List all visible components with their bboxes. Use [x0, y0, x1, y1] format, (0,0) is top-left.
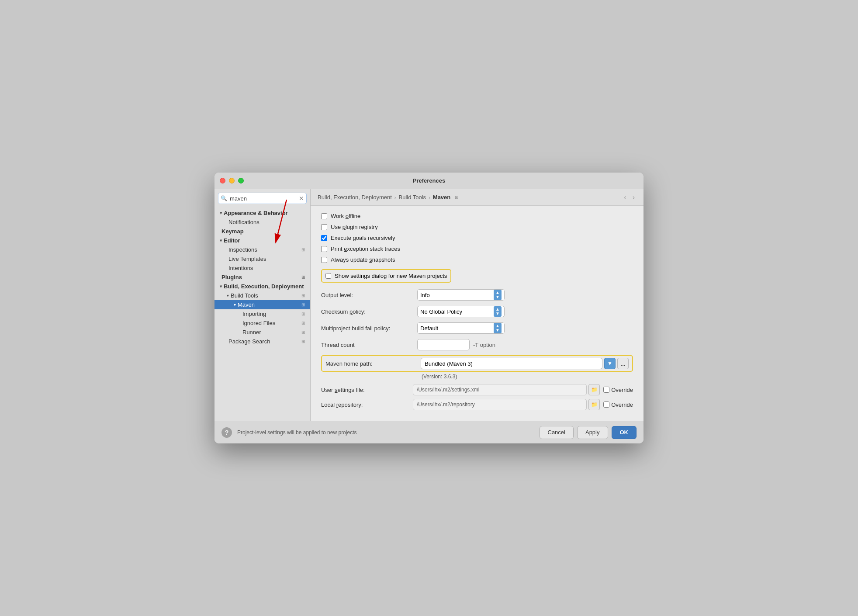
local-repository-folder-button[interactable]: 📁: [588, 399, 600, 410]
sidebar-item-intentions[interactable]: Intentions: [214, 263, 310, 273]
output-level-select[interactable]: Info ▲▼: [417, 289, 505, 301]
breadcrumb-navigation: ‹ ›: [622, 194, 637, 201]
thread-count-input-wrap: -T option: [417, 339, 495, 350]
breadcrumb-item-2[interactable]: Build Tools: [398, 194, 426, 201]
execute-goals-label: Execute goals recursively: [331, 235, 395, 241]
sidebar-label: Ignored Files: [242, 320, 275, 326]
always-update-checkbox[interactable]: [321, 257, 327, 263]
sidebar-item-inspections[interactable]: Inspections ⊞: [214, 245, 310, 254]
print-exception-label: Print exception stack traces: [331, 246, 400, 252]
thread-count-suffix: -T option: [473, 342, 495, 348]
select-chevrons: ▲▼: [494, 306, 502, 317]
settings-area: Work offline Use plugin registry Execute…: [311, 206, 644, 421]
bottom-actions: Cancel Apply OK: [540, 426, 637, 439]
sidebar-item-keymap[interactable]: Keymap: [214, 227, 310, 236]
bottom-hint: Project-level settings will be applied t…: [237, 429, 356, 436]
page-icon: ⊞: [301, 293, 305, 298]
local-repository-override-checkbox[interactable]: [603, 401, 609, 408]
close-button[interactable]: [220, 178, 225, 183]
sidebar-item-maven[interactable]: ▾ Maven ⊞: [214, 300, 310, 309]
user-settings-override: Override: [603, 387, 633, 393]
breadcrumb-sep-2: ›: [429, 195, 430, 200]
print-exception-row: Print exception stack traces: [321, 246, 633, 252]
sidebar-label: Appearance & Behavior: [224, 210, 288, 216]
work-offline-checkbox[interactable]: [321, 213, 327, 219]
plugin-registry-checkbox[interactable]: [321, 224, 327, 230]
thread-count-input[interactable]: [417, 339, 470, 350]
local-repository-input[interactable]: [413, 399, 587, 410]
sidebar-item-notifications[interactable]: Notifications: [214, 218, 310, 227]
sidebar-item-appearance[interactable]: ▾ Appearance & Behavior: [214, 208, 310, 218]
multiproject-policy-select-box[interactable]: Default ▲▼: [417, 322, 505, 334]
nav-back-button[interactable]: ‹: [622, 194, 628, 201]
sidebar-label: Intentions: [228, 265, 253, 271]
work-offline-row: Work offline: [321, 213, 633, 219]
breadcrumb-item-3[interactable]: Maven: [433, 194, 450, 201]
print-exception-checkbox[interactable]: [321, 246, 327, 252]
show-settings-checkbox[interactable]: [325, 273, 331, 279]
user-settings-folder-button[interactable]: 📁: [588, 384, 600, 395]
checksum-policy-select[interactable]: No Global Policy ▲▼: [417, 306, 505, 317]
user-settings-input[interactable]: [413, 384, 587, 395]
user-settings-label: User settings file:: [321, 387, 413, 393]
maven-version-text: (Version: 3.6.3): [321, 374, 633, 380]
work-offline-label: Work offline: [331, 213, 360, 219]
nav-forward-button[interactable]: ›: [631, 194, 637, 201]
sidebar-label: Live Templates: [228, 256, 266, 262]
window-title: Preferences: [413, 177, 445, 184]
page-icon: ⊞: [301, 339, 305, 344]
sidebar-item-editor[interactable]: ▾ Editor: [214, 236, 310, 245]
execute-goals-row: Execute goals recursively: [321, 235, 633, 241]
show-settings-label: Show settings dialog for new Maven proje…: [335, 273, 447, 279]
page-icon: ⊞: [301, 330, 305, 335]
output-level-value: Info: [420, 292, 430, 298]
sidebar-label: Package Search: [228, 338, 270, 345]
search-input[interactable]: [218, 193, 307, 204]
select-chevrons: ▲▼: [494, 290, 502, 300]
maven-home-input-wrap: ▼ ...: [421, 358, 629, 369]
maven-home-dropdown-button[interactable]: ▼: [604, 358, 616, 369]
checksum-policy-select-box[interactable]: No Global Policy ▲▼: [417, 306, 505, 317]
sidebar-item-plugins[interactable]: Plugins ⊞: [214, 273, 310, 282]
maven-home-input[interactable]: [421, 358, 602, 369]
breadcrumb-page-icon: ⊞: [455, 195, 458, 200]
cancel-button[interactable]: Cancel: [540, 426, 574, 439]
sidebar-item-runner[interactable]: Runner ⊞: [214, 328, 310, 337]
page-icon: ⊞: [301, 321, 305, 325]
maven-home-browse-button[interactable]: ...: [617, 358, 629, 369]
sidebar-item-package-search[interactable]: Package Search ⊞: [214, 337, 310, 346]
sidebar-label: Runner: [242, 329, 261, 336]
sidebar-label: Keymap: [221, 228, 244, 235]
local-repository-override: Override: [603, 401, 633, 408]
sidebar-item-build-execution[interactable]: ▾ Build, Execution, Deployment: [214, 282, 310, 291]
breadcrumb-item-1[interactable]: Build, Execution, Deployment: [318, 194, 392, 201]
multiproject-policy-select[interactable]: Default ▲▼: [417, 322, 505, 334]
breadcrumb-bar: Build, Execution, Deployment › Build Too…: [311, 189, 644, 206]
sidebar-item-ignored-files[interactable]: Ignored Files ⊞: [214, 318, 310, 328]
arrow-icon: ▾: [220, 211, 222, 215]
output-level-label: Output level:: [321, 292, 417, 298]
page-icon: ⊞: [301, 302, 305, 307]
use-plugin-registry-row: Use plugin registry: [321, 224, 633, 230]
sidebar-item-live-templates[interactable]: Live Templates: [214, 254, 310, 263]
main-layout: 🔍 ✕ ▾ Appearance & Behavior Notification…: [214, 189, 644, 421]
help-button[interactable]: ?: [221, 427, 232, 438]
checksum-policy-row: Checksum policy: No Global Policy ▲▼: [321, 305, 633, 318]
thread-count-label: Thread count: [321, 342, 417, 348]
ok-button[interactable]: OK: [612, 426, 637, 439]
user-settings-override-checkbox[interactable]: [603, 387, 609, 393]
sidebar-item-build-tools[interactable]: ▾ Build Tools ⊞: [214, 291, 310, 300]
apply-button[interactable]: Apply: [577, 426, 608, 439]
sidebar-label: Build, Execution, Deployment: [224, 283, 304, 290]
clear-search-button[interactable]: ✕: [299, 195, 304, 202]
minimize-button[interactable]: [229, 178, 235, 183]
maximize-button[interactable]: [238, 178, 244, 183]
breadcrumb-sep-1: ›: [394, 195, 396, 200]
search-box: 🔍 ✕: [218, 193, 307, 204]
execute-goals-checkbox[interactable]: [321, 235, 327, 241]
plugin-registry-label: Use plugin registry: [331, 224, 378, 230]
sidebar-label: Build Tools: [231, 292, 258, 299]
sidebar-item-importing[interactable]: Importing ⊞: [214, 309, 310, 318]
arrow-icon: ▾: [220, 284, 222, 289]
output-level-select-box[interactable]: Info ▲▼: [417, 289, 505, 301]
